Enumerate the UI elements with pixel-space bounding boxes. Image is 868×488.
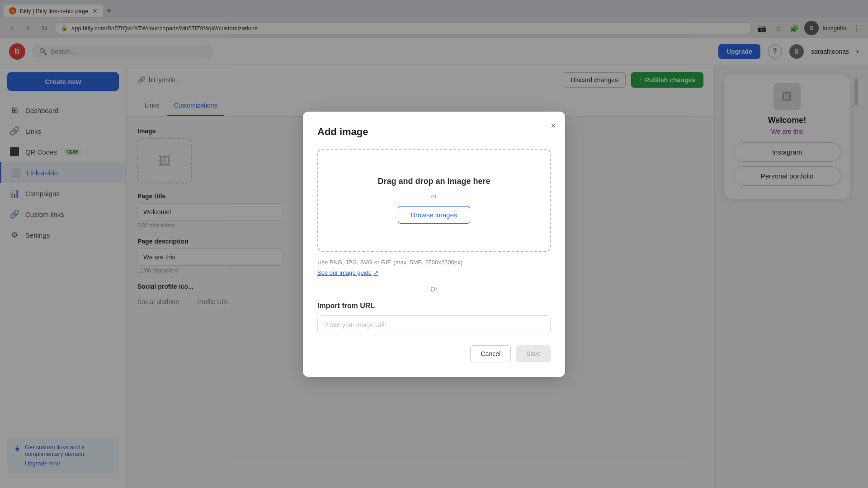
external-link-icon: ↗: [373, 269, 378, 276]
modal-footer: Cancel Save: [317, 345, 551, 362]
url-input[interactable]: [317, 315, 551, 334]
divider-label: Or: [430, 286, 438, 293]
import-label: Import from URL: [317, 302, 551, 310]
drop-zone[interactable]: Drag and drop an image here or Browse im…: [317, 149, 551, 252]
divider: Or: [317, 286, 551, 293]
modal-close-button[interactable]: ×: [551, 121, 556, 131]
drop-text: Drag and drop an image here: [336, 177, 532, 186]
modal-overlay[interactable]: Add image × Drag and drop an image here …: [0, 0, 868, 488]
drop-or: or: [336, 192, 532, 200]
file-hint: Use PNG, JPG, SVG or GIF. (max. 5MB, 250…: [317, 259, 551, 266]
image-guide-label: See our image guide: [317, 269, 372, 276]
modal-title: Add image: [317, 126, 551, 138]
cancel-button[interactable]: Cancel: [470, 345, 511, 362]
save-button[interactable]: Save: [516, 345, 551, 362]
browse-images-button[interactable]: Browse images: [398, 206, 471, 224]
image-guide-link[interactable]: See our image guide ↗: [317, 269, 378, 276]
add-image-modal: Add image × Drag and drop an image here …: [303, 112, 565, 377]
